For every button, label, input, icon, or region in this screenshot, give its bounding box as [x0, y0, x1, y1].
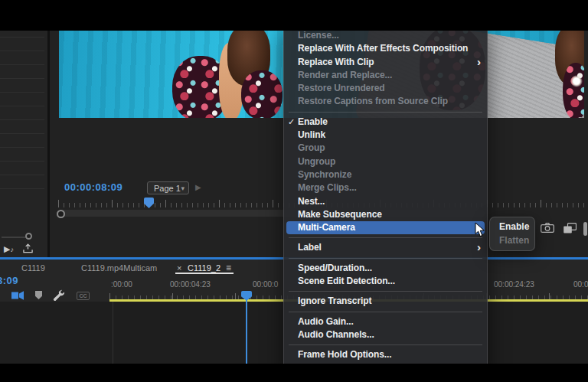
menu-item-label: Restore Captions from Source Clip — [298, 96, 448, 106]
menu-item-label[interactable]: Label› — [284, 241, 487, 254]
menu-item-speed-duration[interactable]: Speed/Duration... — [284, 262, 487, 275]
multicam-submenu: EnableFlatten — [489, 217, 535, 251]
menu-item-replace-with-clip[interactable]: Replace With Clip› — [284, 56, 487, 69]
menu-item-label: Merge Clips... — [298, 182, 357, 193]
menu-item-merge-clips: Merge Clips... — [284, 181, 487, 194]
menu-item-label: Replace With Clip — [298, 57, 374, 67]
menu-item-label: License... — [298, 30, 339, 41]
check-icon: ✓ — [288, 116, 295, 129]
menu-item-label: Nest... — [298, 196, 325, 207]
premiere-app-window: ▶♪ 00:00:08:09 Page 1 ▾ ▶ — [0, 0, 588, 382]
menu-item-frame-hold-options[interactable]: Frame Hold Options... — [284, 348, 487, 361]
submenu-arrow-icon: › — [477, 55, 481, 68]
menu-item-label: Unlink — [298, 129, 325, 140]
menu-item-group: Group — [284, 142, 487, 155]
menu-item-label: Label — [298, 242, 322, 253]
menu-item-restore-unrendered: Restore Unrendered — [284, 82, 487, 95]
track-header-divider — [113, 302, 113, 364]
page-selector-value: Page 1 — [154, 184, 181, 193]
menu-separator — [284, 341, 487, 348]
ruler-label: 00:00:0 — [253, 280, 278, 289]
ruler-label: :00:00 — [111, 280, 132, 289]
menu-item-unlink[interactable]: Unlink — [284, 129, 487, 142]
menu-item-multi-camera[interactable]: Multi-Camera› — [286, 221, 485, 234]
comparison-view-icon[interactable] — [564, 223, 577, 233]
cc-icon[interactable]: CC — [77, 292, 90, 300]
monitor-scroll-pill[interactable] — [583, 222, 587, 236]
tab-c1119[interactable]: C1119 — [21, 263, 45, 273]
menu-item-label: Frame Hold Options... — [298, 349, 392, 360]
ruler-label: 00:00:04:23 — [170, 280, 211, 289]
menu-item-license: License... — [284, 29, 487, 42]
menu-item-enable[interactable]: ✓Enable — [284, 116, 487, 129]
bottom-letterbox-bar — [0, 364, 588, 382]
program-monitor-zoom-handle[interactable] — [57, 210, 65, 218]
chevron-down-icon: ▾ — [181, 182, 185, 194]
active-tab-underline — [175, 273, 234, 274]
menu-separator — [284, 255, 487, 262]
menu-item-render-and-replace: Render and Replace... — [284, 69, 487, 82]
multicam-icon[interactable] — [11, 289, 24, 302]
menu-item-label: Speed/Duration... — [298, 263, 372, 273]
menu-item-label: Ungroup — [298, 156, 335, 167]
panel-menu-icon[interactable]: ≡ — [226, 263, 231, 273]
menu-item-synchronize: Synchronize — [284, 168, 487, 181]
export-icon[interactable] — [22, 243, 34, 253]
left-panel-scrollbar[interactable] — [2, 237, 28, 238]
note-icon[interactable]: ♪ — [10, 246, 14, 253]
menu-separator — [284, 234, 487, 241]
wrench-icon[interactable] — [53, 289, 64, 301]
page-selector-dropdown[interactable]: Page 1 ▾ — [147, 181, 189, 194]
menu-separator — [284, 109, 487, 116]
submenu-item-flatten: Flatten — [490, 234, 534, 248]
cursor-arrow — [475, 222, 486, 237]
menu-item-label: Group — [298, 142, 325, 153]
menu-item-label: Audio Channels... — [298, 329, 374, 340]
menu-item-restore-captions-from-source-clip: Restore Captions from Source Clip — [284, 95, 487, 108]
menu-item-ignore-transcript[interactable]: Ignore Transcript — [284, 295, 487, 308]
step-forward-icon[interactable]: ▶ — [195, 183, 201, 191]
ruler-label: 00:00:24:23 — [494, 280, 534, 289]
menu-item-label: Audio Gain... — [298, 316, 354, 327]
transport-controls: ▶♪ — [4, 243, 34, 254]
tab-c1119-2[interactable]: C1119_2 — [188, 263, 220, 273]
clip-context-menu: License...Replace With After Effects Com… — [283, 25, 488, 380]
submenu-item-enable[interactable]: Enable — [490, 220, 534, 234]
submenu-arrow-icon: › — [477, 240, 481, 253]
white-flower — [570, 75, 583, 87]
menu-item-nest[interactable]: Nest... — [284, 195, 487, 208]
person1-shoulder — [241, 70, 283, 118]
menu-item-audio-channels[interactable]: Audio Channels... — [284, 328, 487, 341]
person3-floral-shoulder — [563, 63, 584, 118]
program-timecode[interactable]: 00:00:08:09 — [64, 181, 122, 193]
menu-item-label: Scene Edit Detection... — [298, 276, 395, 286]
timeline-playhead-line — [246, 299, 247, 364]
menu-item-label: Enable — [298, 116, 328, 127]
menu-separator — [284, 309, 487, 315]
ruler-label: 00:0 — [573, 280, 588, 289]
export-frame-camera-icon[interactable] — [541, 223, 554, 233]
left-side-panel — [0, 31, 47, 257]
left-panel-scroll-handle[interactable] — [25, 233, 32, 240]
menu-item-label: Replace With After Effects Composition — [298, 43, 468, 54]
menu-item-replace-with-after-effects-composition[interactable]: Replace With After Effects Composition — [284, 42, 487, 55]
menu-item-label: Ignore Transcript — [298, 295, 371, 306]
menu-item-scene-edit-detection[interactable]: Scene Edit Detection... — [284, 275, 487, 288]
menu-item-audio-gain[interactable]: Audio Gain... — [284, 315, 487, 328]
menu-separator — [284, 288, 487, 295]
menu-item-label: Synchronize — [298, 169, 351, 180]
close-icon[interactable]: × — [177, 263, 181, 273]
marker-icon[interactable] — [35, 291, 42, 299]
top-letterbox-bar — [0, 0, 588, 31]
menu-item-make-subsequence[interactable]: Make Subsequence — [284, 208, 487, 221]
menu-item-label: Multi-Camera — [298, 222, 355, 233]
menu-item-label: Make Subsequence — [298, 209, 382, 220]
menu-item-label: Restore Unrendered — [298, 83, 385, 93]
timeline-timecode[interactable]: 8:09 — [0, 275, 18, 286]
tab-c1119-mp4multicam[interactable]: C1119.mp4Multicam — [81, 263, 157, 273]
menu-item-ungroup: Ungroup — [284, 155, 487, 168]
menu-item-label: Render and Replace... — [298, 70, 392, 80]
